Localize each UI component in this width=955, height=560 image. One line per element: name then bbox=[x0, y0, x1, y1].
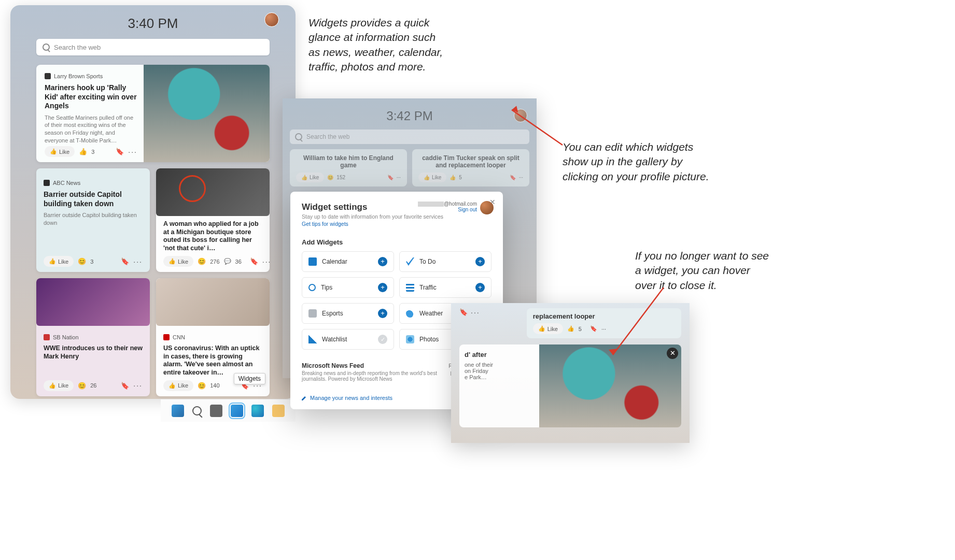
bookmark-icon[interactable]: 🔖 bbox=[459, 308, 468, 317]
source-icon bbox=[44, 180, 50, 186]
annotation-intro: Widgets provides a quick glance at infor… bbox=[308, 16, 448, 74]
add-icon[interactable]: + bbox=[378, 283, 387, 292]
search-placeholder: Search the web bbox=[306, 133, 349, 140]
widget-item-calendar[interactable]: Calendar+ bbox=[302, 251, 394, 272]
like-button[interactable]: 👍Like bbox=[44, 380, 74, 391]
headline: A woman who applied for a job at a Michi… bbox=[163, 220, 262, 253]
like-button[interactable]: 👍Like bbox=[44, 256, 74, 267]
bookmark-icon[interactable]: 🔖 bbox=[116, 148, 124, 155]
snippet: Barrier outside Capitol building taken d… bbox=[44, 211, 143, 227]
dialog-subtitle: Stay up to date with information from yo… bbox=[302, 213, 491, 220]
search-icon[interactable] bbox=[192, 406, 202, 415]
card-actions-strip: 🔖 ··· bbox=[459, 308, 480, 317]
source-label: CNN bbox=[173, 334, 185, 340]
taskbar bbox=[161, 399, 296, 422]
bookmark-icon[interactable]: 🔖 bbox=[250, 257, 258, 265]
more-icon[interactable]: ··· bbox=[128, 148, 137, 156]
reaction-icon[interactable]: 👍 bbox=[450, 175, 456, 180]
search-input[interactable]: Search the web bbox=[36, 39, 270, 55]
comment-icon[interactable]: 💬 bbox=[224, 258, 231, 265]
headline: William to take him to England game bbox=[296, 154, 401, 169]
reaction-count: 152 bbox=[336, 175, 345, 180]
bookmark-icon[interactable]: 🔖 bbox=[121, 257, 129, 265]
widget-item-traffic[interactable]: Traffic+ bbox=[399, 277, 491, 298]
widget-item-esports[interactable]: Esports+ bbox=[302, 303, 394, 324]
svg-line-0 bbox=[512, 110, 563, 145]
reaction-icon[interactable]: 😊 bbox=[198, 257, 206, 265]
bookmark-icon[interactable]: 🔖 bbox=[590, 325, 597, 332]
more-icon[interactable]: ··· bbox=[471, 308, 480, 317]
more-icon[interactable]: ··· bbox=[397, 175, 401, 180]
more-icon[interactable]: ··· bbox=[133, 381, 143, 390]
svg-marker-3 bbox=[609, 349, 618, 355]
like-button[interactable]: 👍Like bbox=[45, 146, 75, 157]
tips-link[interactable]: Get tips for widgets bbox=[302, 221, 491, 227]
add-icon[interactable]: + bbox=[378, 257, 387, 266]
news-card-wwe[interactable]: SB Nation WWE introduces us to their new… bbox=[36, 278, 150, 396]
widget-item-tips[interactable]: Tips+ bbox=[302, 277, 394, 298]
more-icon[interactable]: ··· bbox=[519, 175, 523, 180]
news-mini-card[interactable]: William to take him to England game 👍Lik… bbox=[290, 149, 407, 186]
reaction-count: 3 bbox=[90, 259, 93, 265]
like-button[interactable]: 👍Like bbox=[533, 323, 563, 334]
reaction-count: 5 bbox=[579, 326, 582, 332]
reaction-icon[interactable]: 😊 bbox=[327, 175, 333, 180]
more-icon[interactable]: ··· bbox=[601, 326, 606, 332]
widgets-icon[interactable] bbox=[231, 405, 243, 417]
source-icon bbox=[163, 334, 170, 340]
check-icon[interactable]: ✓ bbox=[378, 335, 387, 344]
calendar-icon bbox=[308, 257, 317, 266]
bookmark-icon[interactable]: 🔖 bbox=[387, 175, 394, 180]
headline: WWE introduces us to their new Mark Henr… bbox=[44, 344, 143, 361]
signout-link[interactable]: Sign out bbox=[458, 207, 477, 212]
widget-item-watchlist[interactable]: Watchlist✓ bbox=[302, 329, 394, 350]
like-button[interactable]: 👍Like bbox=[418, 173, 446, 182]
like-button[interactable]: 👍Like bbox=[163, 380, 193, 391]
edge-icon[interactable] bbox=[251, 405, 264, 417]
article-image bbox=[156, 168, 270, 216]
profile-avatar[interactable] bbox=[480, 201, 494, 214]
add-icon[interactable]: + bbox=[475, 283, 485, 292]
news-mini-card[interactable]: caddie Tim Tucker speak on split and rep… bbox=[412, 149, 529, 186]
reaction-count: 140 bbox=[210, 382, 219, 389]
user-email: @hotmail.comSign out bbox=[418, 201, 477, 212]
reaction-icon[interactable]: 😊 bbox=[198, 382, 206, 390]
search-icon bbox=[43, 44, 50, 51]
add-icon[interactable]: + bbox=[475, 257, 485, 266]
reaction-icon[interactable]: 😊 bbox=[78, 382, 86, 390]
more-icon[interactable]: ··· bbox=[262, 257, 270, 266]
bookmark-icon[interactable]: 🔖 bbox=[510, 175, 516, 180]
source-icon bbox=[44, 334, 50, 340]
news-feed-title: Microsoft News Feed bbox=[302, 362, 438, 369]
article-image bbox=[156, 278, 270, 326]
more-icon[interactable]: ··· bbox=[133, 257, 143, 266]
reaction-count: 5 bbox=[459, 175, 462, 180]
todo-icon bbox=[406, 257, 414, 266]
like-button[interactable]: 👍Like bbox=[163, 256, 193, 267]
widget-item-todo[interactable]: To Do+ bbox=[399, 251, 491, 272]
news-card-boutique[interactable]: A woman who applied for a job at a Michi… bbox=[156, 168, 270, 272]
source-label: ABC News bbox=[53, 180, 80, 186]
explorer-icon[interactable] bbox=[272, 405, 285, 417]
source-icon bbox=[45, 73, 51, 79]
taskview-icon[interactable] bbox=[210, 405, 222, 417]
bookmark-icon[interactable]: 🔖 bbox=[121, 382, 129, 390]
headline: Mariners hook up 'Rally Kid' after excit… bbox=[45, 83, 137, 111]
arrow-to-close bbox=[607, 282, 679, 365]
svg-line-2 bbox=[613, 288, 664, 355]
profile-avatar[interactable] bbox=[264, 12, 279, 27]
start-icon[interactable] bbox=[172, 405, 184, 417]
reaction-icon[interactable]: 😊 bbox=[78, 257, 86, 265]
reaction-icon[interactable]: 👍 bbox=[79, 148, 87, 155]
article-image bbox=[144, 65, 270, 162]
snippet: The Seattle Mariners pulled off one of t… bbox=[45, 114, 137, 145]
search-input[interactable]: Search the web bbox=[290, 130, 529, 144]
add-icon[interactable]: + bbox=[378, 309, 387, 318]
like-button[interactable]: 👍Like bbox=[296, 173, 324, 182]
news-card-mariners[interactable]: Larry Brown Sports Mariners hook up 'Ral… bbox=[36, 65, 270, 162]
headline: caddie Tim Tucker speak on split and rep… bbox=[418, 154, 523, 169]
news-card-capitol[interactable]: ABC News Barrier outside Capitol buildin… bbox=[36, 168, 150, 272]
reaction-icon[interactable]: 👍 bbox=[567, 325, 574, 332]
headline: US coronavirus: With an uptick in cases,… bbox=[163, 344, 262, 377]
weather-icon bbox=[406, 309, 414, 318]
